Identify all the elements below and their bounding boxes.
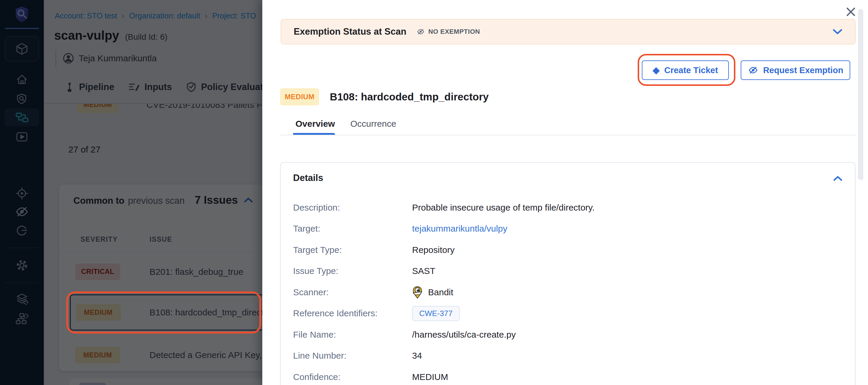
tab-overview[interactable]: Overview bbox=[296, 119, 335, 129]
cwe-reference-badge[interactable]: CWE-377 bbox=[412, 306, 460, 321]
field-issue-type: Issue Type: SAST bbox=[293, 261, 842, 282]
exemption-status-banner: Exemption Status at Scan NO EXEMPTION bbox=[281, 19, 856, 45]
field-label: Description: bbox=[293, 203, 412, 213]
field-value: Probable insecure usage of temp file/dir… bbox=[412, 203, 594, 213]
close-button[interactable] bbox=[844, 5, 858, 19]
field-label: Target Type: bbox=[293, 245, 412, 255]
exemption-status-text: NO EXEMPTION bbox=[428, 28, 480, 35]
field-file-name: File Name: /harness/utils/ca-create.py bbox=[293, 324, 842, 345]
field-value: 34 bbox=[412, 351, 422, 361]
field-label: Confidence: bbox=[293, 372, 412, 382]
tab-occurrence[interactable]: Occurrence bbox=[350, 119, 396, 129]
create-ticket-button[interactable]: ◆ Create Ticket bbox=[642, 60, 729, 80]
severity-badge-medium: MEDIUM bbox=[280, 88, 319, 106]
details-heading: Details bbox=[293, 173, 323, 183]
field-label: Scanner: bbox=[293, 287, 412, 297]
field-label: Target: bbox=[293, 224, 412, 234]
field-scanner: Scanner: Bandit bbox=[293, 282, 842, 303]
drawer-tab-divider bbox=[280, 135, 856, 135]
field-description: Description: Probable insecure usage of … bbox=[293, 197, 842, 218]
field-label: Reference Identifiers: bbox=[293, 308, 412, 318]
field-value: /harness/utils/ca-create.py bbox=[412, 330, 516, 340]
issue-heading-row: MEDIUM B108: hardcoded_tmp_directory bbox=[280, 88, 489, 106]
banner-chevron-down-icon[interactable] bbox=[833, 29, 842, 35]
issue-title: B108: hardcoded_tmp_directory bbox=[330, 91, 489, 103]
bandit-scanner-icon bbox=[412, 286, 423, 299]
drawer-scrollbar-thumb[interactable] bbox=[858, 9, 863, 180]
details-chevron-up-icon[interactable] bbox=[833, 176, 842, 181]
issue-details-drawer: Exemption Status at Scan NO EXEMPTION ◆ … bbox=[262, 0, 868, 385]
field-target-type: Target Type: Repository bbox=[293, 239, 842, 261]
field-reference-identifiers: Reference Identifiers: CWE-377 bbox=[293, 303, 842, 324]
field-value: SAST bbox=[412, 266, 435, 276]
drawer-tab-bar: Overview Occurrence bbox=[296, 119, 396, 129]
scanner-name: Bandit bbox=[428, 287, 453, 297]
ticket-diamond-icon: ◆ bbox=[653, 66, 659, 75]
field-value: Repository bbox=[412, 245, 455, 255]
target-repo-link[interactable]: tejakummarikuntla/vulpy bbox=[412, 224, 507, 234]
field-label: Line Number: bbox=[293, 351, 412, 361]
modal-dim-overlay[interactable] bbox=[0, 0, 262, 385]
field-confidence: Confidence: MEDIUM bbox=[293, 366, 842, 385]
field-line-number: Line Number: 34 bbox=[293, 345, 842, 367]
eye-off-icon bbox=[748, 66, 758, 75]
field-target: Target: tejakummarikuntla/vulpy bbox=[293, 218, 842, 240]
exemption-status-title: Exemption Status at Scan bbox=[294, 26, 406, 37]
field-label: File Name: bbox=[293, 330, 412, 340]
eye-off-icon bbox=[416, 28, 425, 35]
field-label: Issue Type: bbox=[293, 266, 412, 276]
request-exemption-label: Request Exemption bbox=[763, 65, 843, 75]
close-icon bbox=[846, 7, 856, 17]
request-exemption-button[interactable]: Request Exemption bbox=[741, 60, 850, 80]
exemption-status-badge: NO EXEMPTION bbox=[416, 28, 480, 35]
details-card: Details Description: Probable insecure u… bbox=[280, 162, 856, 385]
details-field-list: Description: Probable insecure usage of … bbox=[293, 197, 842, 385]
field-value: MEDIUM bbox=[412, 372, 448, 382]
create-ticket-label: Create Ticket bbox=[664, 65, 718, 75]
